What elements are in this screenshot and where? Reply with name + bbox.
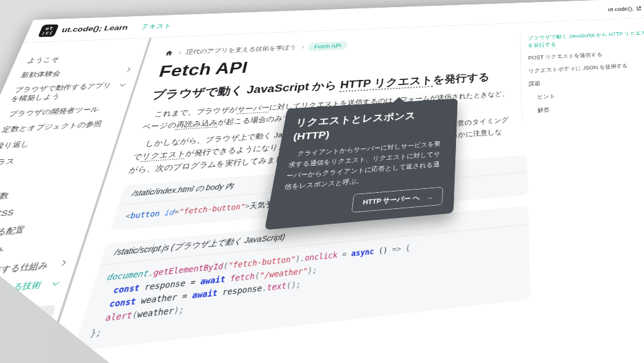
toc-item[interactable]: 解答 <box>529 99 644 115</box>
toc-item[interactable]: POST リクエストを送信する <box>528 48 644 62</box>
brand-title[interactable]: ut.code(); Learn <box>61 24 129 34</box>
chevron-right-icon <box>59 260 66 266</box>
chevron-down-icon <box>53 280 59 286</box>
sidebar-item-label: ブラウザで動作するアプリを構築しよう <box>9 81 118 103</box>
toc-item[interactable]: ヒント <box>529 85 644 101</box>
sidebar-item-label: クラス <box>0 157 17 168</box>
external-link-icon <box>636 6 642 11</box>
toc-item[interactable]: 課題 <box>529 73 644 88</box>
toc-item[interactable]: ブラウザで動く JavaScript から HTTP リクエストを発行する <box>527 29 644 49</box>
heading-text: を発行する <box>433 71 490 85</box>
tooltip-button-label: HTTP サーバー へ <box>363 193 421 208</box>
breadcrumb-current-badge[interactable]: Fetch API <box>308 41 348 52</box>
sidebar-item-label: 無名関数 <box>0 190 11 203</box>
toc-item[interactable]: リクエストボディに JSON を使用する <box>528 60 644 75</box>
heading-text: ブラウザで動く JavaScript から <box>151 79 341 101</box>
sidebar-item-label: プロジェクト <box>0 244 8 260</box>
screenshot-viewport: ut ;c( ut.code(); Learn テキスト ut.code(); <box>0 0 644 363</box>
nav-link-text[interactable]: テキスト <box>140 22 173 30</box>
tooltip-link-button[interactable]: HTTP サーバー へ → <box>352 187 443 213</box>
sidebar-item-label: 配列 <box>0 174 1 186</box>
term-reload[interactable]: 再読み込み <box>175 118 219 130</box>
chevron-down-icon <box>120 82 126 86</box>
term-server[interactable]: サーバー <box>236 104 270 115</box>
sidebar-item-label: CSS による配置 <box>0 224 26 241</box>
sidebar-item-label: 新歓体験会 <box>19 69 62 79</box>
term-tooltip: リクエストとレスポンス (HTTP) クライアントからサーバーに対しサービスを要… <box>265 99 458 230</box>
tooltip-body: クライアントからサーバーに対しサービスを要求する通信をリクエスト、リクエストに対… <box>283 139 445 193</box>
term-request[interactable]: リクエスト <box>140 149 187 162</box>
breadcrumb-separator-icon <box>178 51 182 54</box>
arrow-right-icon: → <box>426 193 433 201</box>
browser-page: ut ;c( ut.code(); Learn テキスト ut.code(); <box>0 0 644 363</box>
breadcrumb-section[interactable]: 現代のアプリを支える技術を学ぼう <box>185 44 297 56</box>
tooltip-title: リクエストとレスポンス (HTTP) <box>292 107 447 144</box>
chevron-right-icon <box>27 356 34 363</box>
table-of-contents: ブラウザで動く JavaScript から HTTP リクエストを発行するPOS… <box>520 28 644 121</box>
utcode-logo-icon[interactable]: ut ;c( <box>38 24 59 37</box>
external-site-link[interactable]: ut.code(); <box>608 5 642 12</box>
sidebar-item-label: 高度な CSS <box>0 208 15 222</box>
term-http-request[interactable]: HTTP リクエスト <box>339 74 433 92</box>
sidebar-item-label: ようこそ <box>26 55 61 65</box>
sidebar-item-label: 繰り返し <box>0 139 32 151</box>
sidebar-item-label: ブラウザの開発者ツール <box>7 104 100 119</box>
logo-text-line2: ;c( <box>41 30 55 35</box>
external-site-label: ut.code(); <box>608 6 634 13</box>
home-icon[interactable] <box>164 50 174 56</box>
chevron-right-icon <box>125 68 130 72</box>
breadcrumb-separator-icon <box>301 46 304 48</box>
